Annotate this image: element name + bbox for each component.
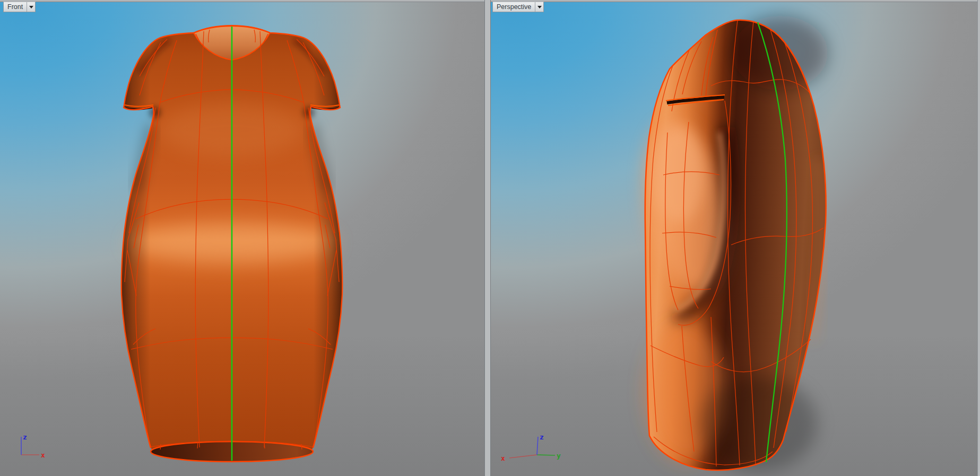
viewport-title: Front (4, 2, 27, 12)
chevron-down-icon (29, 6, 33, 8)
viewport-title: Perspective (493, 2, 535, 12)
viewport-tab-perspective[interactable]: Perspective (492, 2, 544, 12)
y-axis-line (537, 455, 555, 455)
x-axis-line (509, 455, 537, 458)
chevron-down-icon (537, 6, 542, 8)
viewport-menu-button[interactable] (535, 2, 543, 12)
perspective-view-model[interactable] (491, 2, 977, 476)
viewport-tab-front[interactable]: Front (3, 2, 36, 12)
axis-gizmo-front: z x (7, 431, 45, 463)
y-axis-label: y (557, 452, 561, 460)
x-axis-label: x (41, 451, 45, 459)
front-view-model[interactable] (0, 2, 484, 476)
z-axis-label: z (540, 433, 544, 441)
viewport-front: Front z x (0, 2, 484, 476)
front-viewport-background[interactable] (0, 2, 484, 476)
z-axis-line (537, 437, 538, 455)
x-axis-label: x (501, 454, 505, 462)
z-axis-label: z (23, 433, 27, 441)
perspective-viewport-background[interactable] (491, 2, 977, 476)
axis-gizmo-perspective: z x y (496, 429, 562, 463)
window-right-border (977, 0, 980, 476)
app-window: Front z x (0, 0, 980, 476)
viewport-splitter[interactable] (484, 0, 491, 476)
viewport-perspective: Perspective z x y (491, 2, 977, 476)
viewport-menu-button[interactable] (27, 2, 35, 12)
